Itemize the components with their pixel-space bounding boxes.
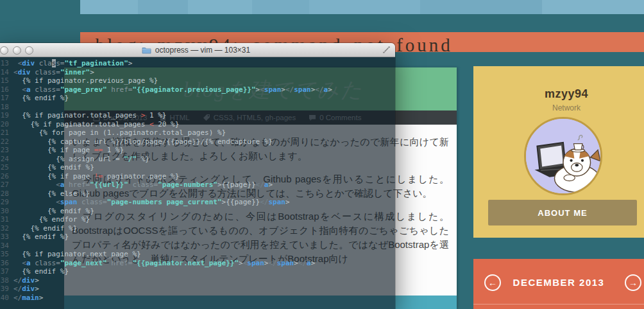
code-line: 28 {% else %} — [0, 190, 395, 199]
code-line: 15 {% if paginator.previous_page %} — [0, 76, 395, 85]
line-number: 22 — [0, 137, 13, 146]
code-text: {% if page == 1 %} — [13, 146, 124, 154]
profile-name: mzyy94 — [473, 87, 644, 101]
code-line: 16 <a class="page_prev" href="{{paginato… — [0, 85, 395, 94]
code-text: {% if page != paginator.page %} — [13, 172, 179, 181]
line-number: 31 — [0, 215, 13, 224]
code-line: 26 {% if page != paginator.page %} — [0, 172, 395, 181]
code-line: 24 {% assign url = "/" %} — [0, 155, 395, 164]
resize-icon[interactable] — [382, 46, 391, 54]
profile-card: mzyy94 Network — [473, 66, 644, 238]
code-text: {% assign url = "/" %} — [13, 155, 149, 163]
code-text: </div> — [13, 276, 39, 285]
code-line: 36 <a class="page_next" href="{{paginato… — [0, 259, 395, 268]
code-line: 37 {% endif %} — [0, 267, 395, 276]
line-number: 19 — [0, 111, 13, 120]
code-line: 30 {% endif %} — [0, 207, 395, 216]
code-text: {% if paginator.previous_page %} — [13, 76, 158, 85]
code-line: 23 {% if page == 1 %} — [0, 146, 395, 155]
line-number: 18 — [0, 103, 13, 112]
code-text: </div> — [13, 285, 39, 293]
code-line: 39</div> — [0, 285, 395, 294]
code-text: {% if paginator.next_page %} — [13, 250, 141, 258]
zoom-button[interactable] — [25, 46, 33, 55]
code-line: 29 <span class="page-numbers page_curren… — [0, 198, 395, 207]
code-line: 38</div> — [0, 276, 395, 285]
profile-subtitle: Network — [473, 103, 644, 112]
about-me-button[interactable]: ABOUT ME — [488, 200, 637, 225]
browser-tab — [188, 0, 252, 14]
close-button[interactable] — [0, 46, 8, 55]
archive-card: ← DECEMBER 2013 → — [473, 259, 644, 309]
code-text: {% else %} — [13, 190, 90, 198]
code-line: 27 <a href="{{url}}" class="page-numbers… — [0, 181, 395, 190]
line-number: 39 — [0, 285, 13, 294]
code-text: {% endif %} — [13, 224, 77, 233]
code-text: <a class="page_prev" href="{{paginator.p… — [13, 85, 332, 94]
line-number: 28 — [0, 190, 13, 199]
code-line: 33 {% endif %} — [0, 233, 395, 242]
line-number: 30 — [0, 207, 13, 216]
archive-divider — [473, 304, 644, 305]
code-text: {% if paginator.total_pages > 1 %} — [13, 111, 166, 119]
folder-icon — [142, 46, 151, 54]
minimize-button[interactable] — [13, 46, 21, 55]
code-line: 14<div class="inner"> — [0, 68, 395, 77]
line-number: 13 — [0, 59, 13, 68]
code-line: 40</main> — [0, 294, 395, 303]
line-number: 14 — [0, 68, 13, 77]
code-text: {% capture url %}/blog/page/{{page}}/{% … — [13, 137, 273, 146]
code-text: {% for page in (1..paginator.total_pages… — [13, 128, 226, 137]
code-text: <div class="tf_pagination"> — [13, 59, 132, 67]
line-number: 17 — [0, 94, 13, 103]
code-text: {% endif %} — [13, 163, 94, 172]
browser-tab — [252, 0, 309, 14]
code-line: 21 {% for page in (1..paginator.total_pa… — [0, 128, 395, 137]
line-number: 32 — [0, 224, 13, 233]
line-number: 33 — [0, 233, 13, 242]
line-number: 25 — [0, 163, 13, 172]
code-line: 31 {% endfor %} — [0, 215, 395, 224]
line-number: 29 — [0, 198, 13, 207]
line-number: 40 — [0, 294, 13, 303]
terminal-title-bar[interactable]: octopress — vim — 103×31 — [0, 43, 395, 57]
code-line: 18 — [0, 103, 395, 112]
code-line: 25 {% endif %} — [0, 163, 395, 172]
code-line: 17 {% endif %} — [0, 94, 395, 103]
terminal-code: 13 <div class="tf_pagination">14<div cla… — [0, 59, 395, 302]
code-line: 13 <div class="tf_pagination"> — [0, 59, 395, 68]
code-line: 32 {% endif %} — [0, 224, 395, 233]
code-line: 34 — [0, 242, 395, 251]
code-line: 20 {% if paginator.total_pages < 20 %} — [0, 120, 395, 129]
line-number: 38 — [0, 276, 13, 285]
line-number: 36 — [0, 259, 13, 268]
terminal-window-title: octopress — vim — 103×31 — [155, 46, 250, 55]
code-text: {% endif %} — [13, 94, 69, 102]
line-number: 37 — [0, 267, 13, 276]
browser-tab — [309, 0, 420, 14]
archive-month-label: DECEMBER 2013 — [473, 277, 644, 288]
desktop: -blog: mzyy94: command not found blogを建て… — [0, 0, 644, 309]
line-number: 35 — [0, 250, 13, 259]
code-line: 35 {% if paginator.next_page %} — [0, 250, 395, 259]
code-text: <a class="page_next" href="{{paginator.n… — [13, 259, 315, 267]
line-number: 24 — [0, 155, 13, 164]
archive-next-button[interactable]: → — [625, 274, 641, 291]
browser-tab — [80, 0, 138, 14]
browser-tab-bar — [80, 0, 644, 14]
terminal-window[interactable]: octopress — vim — 103×31 13 <div class="… — [0, 42, 396, 309]
code-text: {% endfor %} — [13, 215, 90, 224]
code-text: {% endif %} — [13, 207, 94, 215]
line-number: 15 — [0, 76, 13, 85]
line-number: 20 — [0, 120, 13, 129]
line-number: 21 — [0, 128, 13, 137]
code-line: 22 {% capture url %}/blog/page/{{page}}/… — [0, 137, 395, 146]
code-text: <span class="page-numbers page_current">… — [13, 198, 290, 206]
line-number: 34 — [0, 242, 13, 251]
code-line: 19 {% if paginator.total_pages > 1 %} — [0, 111, 395, 120]
code-text: </main> — [13, 294, 43, 302]
line-number: 16 — [0, 85, 13, 94]
browser-tab — [420, 0, 542, 14]
avatar[interactable] — [524, 117, 602, 195]
vim-editor[interactable]: 13 <div class="tf_pagination">14<div cla… — [0, 57, 395, 309]
